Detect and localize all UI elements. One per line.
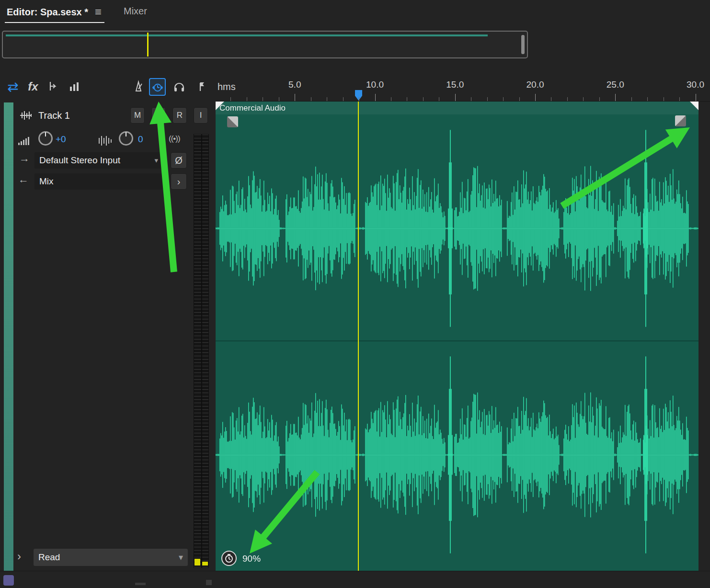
ruler-tick xyxy=(263,97,263,101)
ruler-tick xyxy=(471,97,471,101)
volume-icon xyxy=(17,135,32,147)
timeline-ruler[interactable]: hms 5.010.015.020.025.030.0 xyxy=(216,76,710,102)
ruler-tick xyxy=(295,94,295,101)
monitor-input-icon[interactable]: ((•)) xyxy=(169,134,180,144)
ruler-tick xyxy=(439,97,439,101)
input-select[interactable]: Default Stereo Input ▾ xyxy=(34,152,163,169)
panel-menu-icon[interactable]: ≡ xyxy=(95,7,102,17)
ruler-tick xyxy=(279,97,279,101)
fx-icon[interactable]: fx xyxy=(24,78,42,96)
level-meter xyxy=(194,134,209,568)
scrollbar-fragment xyxy=(206,580,212,585)
scrollbar-fragment xyxy=(135,583,146,585)
ruler-tick xyxy=(247,97,247,101)
navigator-right-handle[interactable] xyxy=(521,35,525,54)
status-bar xyxy=(0,571,710,588)
ruler-tick xyxy=(455,94,456,101)
clip-header[interactable] xyxy=(216,102,699,114)
pan-value[interactable]: 0 xyxy=(138,134,143,145)
ruler-tick xyxy=(631,97,632,101)
solo-button[interactable]: S xyxy=(151,107,166,124)
ruler-tick xyxy=(423,97,424,101)
ruler-tick xyxy=(487,97,488,101)
clip-title: Commercial Audio xyxy=(219,103,286,113)
ruler-label: 20.0 xyxy=(527,79,544,90)
ruler-label: 10.0 xyxy=(366,79,384,90)
ruler-tick xyxy=(343,97,344,101)
ruler-tick xyxy=(679,97,680,101)
ruler-label: 15.0 xyxy=(446,79,464,90)
navigator-waveform-overview xyxy=(6,34,488,36)
phase-invert-button[interactable]: Ø xyxy=(171,152,187,169)
track-color-strip xyxy=(4,102,13,571)
tab-editor-label: Editor: Spa.sesx * xyxy=(7,7,88,18)
input-monitor-button[interactable]: I xyxy=(194,107,208,124)
record-arm-button[interactable]: R xyxy=(172,107,187,124)
ruler-tick xyxy=(407,97,407,101)
marker-icon[interactable] xyxy=(191,78,209,96)
pan-knob[interactable] xyxy=(119,131,133,146)
ruler-tick xyxy=(535,94,536,101)
pan-meter-icon xyxy=(98,135,112,147)
ruler-label: 25.0 xyxy=(607,79,624,90)
chevron-down-icon: ▾ xyxy=(179,552,183,563)
input-arrow-icon: → xyxy=(19,152,30,165)
move-tool-icon[interactable]: ⇄ xyxy=(4,78,22,96)
waveform-canvas[interactable] xyxy=(216,102,699,571)
metronome-icon[interactable] xyxy=(129,78,148,96)
audio-clip[interactable]: Commercial Audio 90% xyxy=(216,102,699,571)
output-bus-select[interactable]: Mix xyxy=(34,173,163,190)
ruler-tick xyxy=(391,97,391,101)
mute-button[interactable]: M xyxy=(130,107,145,124)
meter-level-right xyxy=(202,562,208,565)
input-select-value: Default Stereo Input xyxy=(39,155,120,166)
tab-mixer[interactable]: Mixer xyxy=(124,6,147,17)
ruler-tick xyxy=(599,97,600,101)
ruler-tick xyxy=(311,97,311,101)
volume-knob[interactable] xyxy=(38,131,53,146)
ruler-tick xyxy=(503,97,504,101)
bus-expand-button[interactable]: › xyxy=(171,173,187,190)
ruler-tick xyxy=(519,97,520,101)
tab-editor[interactable]: Editor: Spa.sesx * ≡ xyxy=(5,5,104,23)
output-bus-value: Mix xyxy=(39,176,54,187)
ruler-tick xyxy=(327,97,327,101)
clip-edge-handle-left[interactable] xyxy=(216,102,224,110)
automation-mode-select[interactable]: Read ▾ xyxy=(34,549,188,566)
ruler-tick xyxy=(359,97,359,101)
headphones-icon[interactable] xyxy=(170,78,188,96)
fade-out-handle[interactable] xyxy=(675,115,686,126)
meter-divider xyxy=(201,135,202,567)
output-arrow-icon: ← xyxy=(18,173,29,186)
playhead-line[interactable] xyxy=(358,102,359,588)
track-name[interactable]: Track 1 xyxy=(38,110,70,121)
ruler-unit-label: hms xyxy=(218,81,236,92)
clock-stretch-icon xyxy=(151,80,164,94)
automation-expand-chevron[interactable]: › xyxy=(17,550,21,563)
workspace-color-chip[interactable] xyxy=(3,575,14,586)
volume-value[interactable]: +0 xyxy=(56,134,66,145)
meter-level-left xyxy=(195,559,200,565)
navigator-playhead xyxy=(147,33,149,57)
histogram-icon[interactable] xyxy=(65,78,83,96)
ruler-tick xyxy=(375,94,376,101)
automation-mode-value: Read xyxy=(38,552,60,563)
panel-tab-bar: Editor: Spa.sesx * ≡ Mixer xyxy=(0,0,710,27)
ruler-tick xyxy=(230,97,231,101)
ruler-tick xyxy=(696,94,696,101)
ruler-tick xyxy=(583,97,584,101)
ruler-label: 5.0 xyxy=(288,79,301,90)
clip-edge-handle-right[interactable] xyxy=(690,102,699,110)
ruler-tick xyxy=(664,97,664,101)
split-route-icon[interactable] xyxy=(44,78,62,96)
ruler-tick xyxy=(647,97,648,101)
ruler-tick xyxy=(615,94,616,101)
stretch-clock-badge[interactable] xyxy=(221,551,237,566)
clock-icon xyxy=(224,553,234,564)
fade-in-handle[interactable] xyxy=(227,116,238,127)
zoom-navigator[interactable] xyxy=(2,31,528,58)
stretch-percent-label: 90% xyxy=(242,554,261,564)
track-waveform-icon xyxy=(19,110,33,123)
ruler-tick xyxy=(567,97,568,101)
global-clip-stretching-toggle[interactable] xyxy=(149,78,166,96)
